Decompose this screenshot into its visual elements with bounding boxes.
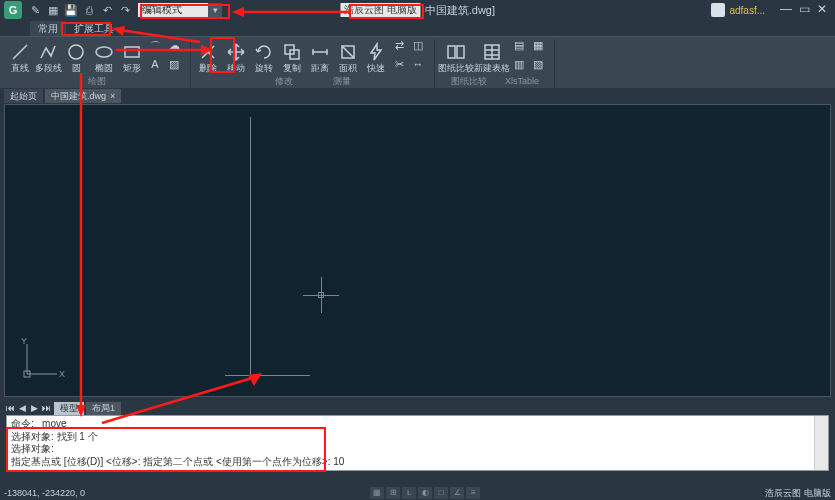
- nav-first-icon[interactable]: ⏮: [4, 402, 16, 414]
- ribbon-tab-common[interactable]: 常用: [30, 21, 66, 36]
- user-area[interactable]: adfasf...: [711, 3, 765, 17]
- tool-delete[interactable]: 删除: [194, 39, 222, 76]
- extend-icon[interactable]: ↔: [409, 58, 427, 72]
- snap-toggle[interactable]: ▦: [370, 487, 384, 499]
- cmd-line-2: 选择对象: 找到 1 个: [11, 431, 824, 444]
- cursor-pickbox: [318, 292, 324, 298]
- document-tab-active[interactable]: 中国建筑.dwg×: [45, 89, 121, 103]
- app-window: G ✎ ▦ 💾 ⎙ ↶ ↷ 编辑模式 ▾ 浩辰云图 电脑版 中国建筑.dwg] …: [0, 0, 835, 500]
- group-label-modify: 修改: [275, 76, 293, 87]
- hatch-icon[interactable]: ▨: [165, 58, 183, 72]
- title-text: 浩辰云图 电脑版 中国建筑.dwg]: [340, 3, 495, 18]
- tool-distance[interactable]: 距离: [306, 39, 334, 76]
- redo-icon[interactable]: ↷: [118, 3, 132, 17]
- user-name: adfasf...: [729, 5, 765, 16]
- tool-rectangle[interactable]: 矩形: [118, 39, 146, 76]
- offset-icon[interactable]: ◫: [409, 39, 427, 53]
- command-window[interactable]: 命令: _move 选择对象: 找到 1 个 选择对象: 指定基点或 [位移(D…: [6, 415, 829, 471]
- close-tab-icon[interactable]: ×: [110, 89, 115, 103]
- otrack-toggle[interactable]: ∠: [450, 487, 464, 499]
- svg-rect-3: [125, 47, 139, 57]
- drawing-viewport[interactable]: Y X: [4, 104, 831, 397]
- svg-text:Y: Y: [21, 336, 27, 346]
- svg-line-0: [13, 45, 27, 59]
- ucs-icon: Y X: [19, 336, 65, 382]
- polar-toggle[interactable]: ◐: [418, 487, 432, 499]
- brand-badge: 浩辰云图 电脑版: [340, 3, 421, 17]
- ortho-toggle[interactable]: L: [402, 487, 416, 499]
- tool-area[interactable]: 面积: [334, 39, 362, 76]
- document-title: 中国建筑.dwg]: [425, 3, 495, 18]
- ribbon-group-compare: 图纸比较 新建表格 ▤▦ ▥▧ 图纸比较XlsTable: [436, 39, 555, 88]
- close-button[interactable]: ✕: [813, 3, 831, 17]
- open-icon[interactable]: ▦: [46, 3, 60, 17]
- cmd-line-3: 选择对象:: [11, 443, 824, 456]
- tool-rotate[interactable]: 旋转: [250, 39, 278, 76]
- group-label-xlstable: XlsTable: [505, 76, 539, 87]
- drawing-line-h: [225, 375, 310, 376]
- coordinates-readout: -138041, -234220, 0: [4, 488, 85, 498]
- layout-tab-model[interactable]: 模型: [54, 402, 84, 415]
- group-label-compare: 图纸比较: [451, 76, 487, 87]
- minimize-button[interactable]: —: [777, 3, 795, 17]
- lwt-toggle[interactable]: ≡: [466, 487, 480, 499]
- drawing-line-v: [250, 117, 251, 375]
- nav-last-icon[interactable]: ⏭: [40, 402, 52, 414]
- nav-prev-icon[interactable]: ◀: [16, 402, 28, 414]
- modify-small-tools: ⇄◫ ✂↔: [390, 39, 432, 76]
- tbl-icon-2[interactable]: ▦: [529, 39, 547, 53]
- status-toggles: ▦ ⊞ L ◐ □ ∠ ≡: [370, 487, 480, 499]
- ribbon: 直线 多段线 圆 椭圆 矩形 ⌒☁ A▨ 绘图 删除 移动 旋转 复制 距离 面…: [0, 36, 835, 88]
- status-bar: -138041, -234220, 0 ▦ ⊞ L ◐ □ ∠ ≡ 浩辰云图 电…: [0, 486, 835, 500]
- undo-icon[interactable]: ↶: [100, 3, 114, 17]
- tool-new-table[interactable]: 新建表格: [474, 39, 510, 76]
- status-brand: 浩辰云图 电脑版: [765, 487, 831, 500]
- svg-point-2: [96, 47, 112, 57]
- print-icon[interactable]: ⎙: [82, 3, 96, 17]
- maximize-button[interactable]: ▭: [795, 3, 813, 17]
- mirror-icon[interactable]: ⇄: [390, 39, 408, 53]
- tool-copy[interactable]: 复制: [278, 39, 306, 76]
- document-tab-start[interactable]: 起始页: [4, 89, 43, 103]
- tool-circle[interactable]: 圆: [62, 39, 90, 76]
- save-icon[interactable]: 💾: [64, 3, 78, 17]
- ribbon-group-draw: 直线 多段线 圆 椭圆 矩形 ⌒☁ A▨ 绘图: [4, 39, 191, 88]
- mode-selector[interactable]: 编辑模式: [138, 3, 208, 17]
- arc-icon[interactable]: ⌒: [146, 39, 164, 53]
- title-bar: G ✎ ▦ 💾 ⎙ ↶ ↷ 编辑模式 ▾ 浩辰云图 电脑版 中国建筑.dwg] …: [0, 0, 835, 20]
- cloud-icon[interactable]: ☁: [165, 39, 183, 53]
- window-controls: — ▭ ✕: [777, 3, 831, 17]
- tool-ellipse[interactable]: 椭圆: [90, 39, 118, 76]
- svg-rect-11: [457, 46, 464, 58]
- qat: ✎ ▦ 💾 ⎙ ↶ ↷: [28, 3, 132, 17]
- trim-icon[interactable]: ✂: [390, 58, 408, 72]
- cmd-line-1: 命令: _move: [11, 418, 824, 431]
- text-icon[interactable]: A: [146, 58, 164, 72]
- svg-text:X: X: [59, 369, 65, 379]
- nav-next-icon[interactable]: ▶: [28, 402, 40, 414]
- tool-line[interactable]: 直线: [6, 39, 34, 76]
- osnap-toggle[interactable]: □: [434, 487, 448, 499]
- new-icon[interactable]: ✎: [28, 3, 42, 17]
- draw-small-tools: ⌒☁ A▨: [146, 39, 188, 76]
- tbl-icon-1[interactable]: ▤: [510, 39, 528, 53]
- command-scrollbar[interactable]: [814, 416, 828, 470]
- mode-dropdown-icon[interactable]: ▾: [208, 3, 222, 17]
- group-label-draw: 绘图: [88, 76, 106, 88]
- app-logo-icon[interactable]: G: [4, 1, 22, 19]
- tool-quick[interactable]: 快速: [362, 39, 390, 76]
- document-tab-strip: 起始页 中国建筑.dwg×: [0, 88, 835, 104]
- tool-polyline[interactable]: 多段线: [34, 39, 62, 76]
- grid-toggle[interactable]: ⊞: [386, 487, 400, 499]
- tbl-icon-4[interactable]: ▧: [529, 58, 547, 72]
- ribbon-group-modify: 删除 移动 旋转 复制 距离 面积 快速 ⇄◫ ✂↔ 修改测量: [192, 39, 435, 88]
- svg-point-1: [69, 45, 83, 59]
- ribbon-tab-ext-tools[interactable]: 扩展工具: [66, 21, 122, 36]
- group-label-measure: 测量: [333, 76, 351, 87]
- tool-compare[interactable]: 图纸比较: [438, 39, 474, 76]
- layout-tab-1[interactable]: 布局1: [86, 402, 121, 415]
- tbl-icon-3[interactable]: ▥: [510, 58, 528, 72]
- layout-tab-strip: ⏮ ◀ ▶ ⏭ 模型 布局1: [0, 401, 835, 415]
- user-avatar-icon: [711, 3, 725, 17]
- tool-move[interactable]: 移动: [222, 39, 250, 76]
